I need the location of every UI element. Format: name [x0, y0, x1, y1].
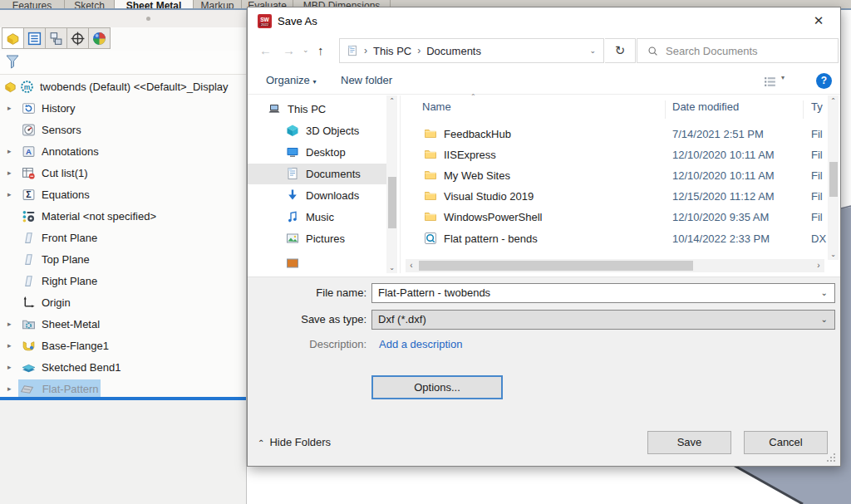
- scroll-thumb[interactable]: [829, 162, 838, 197]
- forward-arrow-icon[interactable]: →: [283, 38, 295, 63]
- history-dropdown-icon[interactable]: ⌄: [303, 46, 309, 54]
- filter-funnel-icon[interactable]: [4, 53, 21, 70]
- scroll-thumb[interactable]: [419, 261, 693, 271]
- file-date: 12/15/2020 11:12 AM: [672, 186, 775, 207]
- resize-grip[interactable]: [826, 453, 836, 462]
- breadcrumb-chevron: ›: [411, 45, 426, 56]
- nav-item-this-pc[interactable]: This PC: [248, 99, 386, 120]
- column-header-name[interactable]: Name: [422, 100, 451, 113]
- tree-item-history[interactable]: ▸ History: [0, 98, 246, 119]
- file-row-my-web-sites[interactable]: My Web Sites 12/10/2020 10:11 AM Fil: [401, 165, 824, 186]
- tree-item-sheet-metal[interactable]: ▸ Sheet-Metal: [0, 314, 246, 335]
- file-type: DX: [811, 228, 826, 249]
- tab-markup[interactable]: Markup: [194, 0, 242, 8]
- save-button[interactable]: Save: [647, 431, 731, 454]
- column-header-type[interactable]: Ty: [811, 100, 823, 113]
- tab-display-states[interactable]: [88, 27, 111, 49]
- file-list-scrollbar[interactable]: ⌃ ⌄: [828, 95, 839, 260]
- file-name-input[interactable]: Flat-Pattern - twobends ⌄: [371, 283, 835, 303]
- tab-features[interactable]: Features: [0, 0, 65, 8]
- expand-arrow-icon[interactable]: ▸: [7, 98, 12, 119]
- file-row-windowspowershell[interactable]: WindowsPowerShell 12/10/2020 9:35 AM Fil: [401, 207, 824, 228]
- tree-item-front-plane[interactable]: Front Plane: [0, 228, 246, 248]
- address-bar[interactable]: › This PC › Documents ⌄: [339, 38, 604, 63]
- tree-root-item[interactable]: m twobends (Default) <<Default>_Display: [0, 76, 246, 97]
- column-header-date[interactable]: Date modified: [672, 100, 739, 113]
- breadcrumb-documents[interactable]: Documents: [426, 45, 481, 57]
- tree-item-equations[interactable]: ▸ Σ Equations: [0, 184, 246, 205]
- nav-item-desktop[interactable]: Desktop: [248, 142, 386, 163]
- close-icon[interactable]: ✕: [804, 11, 833, 31]
- annotations-icon: A: [22, 144, 36, 159]
- file-row-feedbackhub[interactable]: FeedbackHub 7/14/2021 2:51 PM Fil: [401, 124, 824, 144]
- tab-configuration-manager[interactable]: [45, 27, 67, 49]
- scroll-up-icon[interactable]: ⌃: [828, 97, 839, 105]
- add-description-link[interactable]: Add a description: [379, 338, 462, 350]
- nav-item-3d-objects[interactable]: 3D Objects: [248, 120, 386, 141]
- scroll-down-icon[interactable]: ⌄: [828, 251, 839, 258]
- tree-item-right-plane[interactable]: Right Plane: [0, 271, 246, 291]
- tree-item-sketched-bend[interactable]: ▸ Sketched Bend1: [0, 357, 246, 378]
- file-row-flat-pattern-bends[interactable]: Flat pattern - bends 10/14/2022 2:33 PM …: [401, 228, 824, 249]
- save-as-type-select[interactable]: Dxf (*.dxf) ⌄: [371, 310, 835, 330]
- tree-item-sensors[interactable]: Sensors: [0, 120, 246, 140]
- nav-item-label: Documents: [306, 164, 361, 184]
- chevron-down-icon[interactable]: ⌄: [821, 311, 828, 329]
- options-button[interactable]: Options...: [371, 375, 503, 399]
- cancel-button[interactable]: Cancel: [744, 431, 828, 454]
- organize-button[interactable]: Organize ▾: [266, 74, 316, 86]
- hide-folders-button[interactable]: ⌃Hide Folders: [258, 436, 331, 448]
- new-folder-button[interactable]: New folder: [341, 74, 392, 86]
- file-type: Fil: [811, 207, 823, 228]
- scroll-right-icon[interactable]: ›: [813, 259, 824, 272]
- tree-item-cut-list[interactable]: ▸ Cut list(1): [0, 163, 246, 183]
- scroll-down-icon[interactable]: ⌄: [386, 264, 397, 272]
- expand-arrow-icon[interactable]: ▸: [7, 141, 12, 162]
- nav-scrollbar[interactable]: ⌃ ⌄: [386, 95, 397, 273]
- tree-item-origin[interactable]: Origin: [0, 292, 246, 313]
- address-dropdown-icon[interactable]: ⌄: [589, 46, 596, 55]
- tab-feature-tree[interactable]: [2, 27, 24, 49]
- tab-sheet-metal[interactable]: Sheet Metal: [115, 0, 194, 8]
- panel-collapse-handle[interactable]: [146, 17, 150, 21]
- expand-arrow-icon[interactable]: ▸: [7, 335, 12, 356]
- nav-item-partial[interactable]: [248, 253, 386, 273]
- back-arrow-icon[interactable]: ←: [259, 38, 272, 63]
- sensors-icon: [22, 123, 36, 137]
- help-icon[interactable]: ?: [816, 73, 832, 89]
- divider: [248, 94, 840, 95]
- file-row-iisexpress[interactable]: IISExpress 12/10/2020 10:11 AM Fil: [401, 144, 824, 165]
- scroll-thumb[interactable]: [388, 177, 396, 228]
- tree-item-material[interactable]: Material <not specified>: [0, 206, 246, 227]
- view-mode-icon[interactable]: [763, 75, 777, 89]
- scroll-up-icon[interactable]: ⌃: [386, 97, 397, 105]
- chevron-down-icon[interactable]: ⌄: [821, 284, 828, 302]
- breadcrumb-this-pc[interactable]: This PC: [373, 45, 411, 57]
- scroll-left-icon[interactable]: ‹: [406, 259, 417, 272]
- search-box[interactable]: Search Documents: [637, 38, 839, 63]
- expand-arrow-icon[interactable]: ▸: [7, 314, 12, 335]
- feature-manager-panel: m twobends (Default) <<Default>_Display …: [0, 10, 247, 504]
- view-mode-dropdown-icon[interactable]: ▾: [781, 74, 785, 81]
- tab-dimxpert-manager[interactable]: [66, 27, 89, 49]
- up-arrow-icon[interactable]: ↑: [317, 38, 324, 63]
- expand-arrow-icon[interactable]: ▸: [7, 184, 12, 205]
- file-name: IISExpress: [444, 144, 496, 165]
- column-divider[interactable]: [665, 100, 666, 119]
- column-divider[interactable]: [803, 100, 804, 119]
- horizontal-scrollbar[interactable]: ‹ ›: [406, 259, 824, 272]
- tree-item-base-flange[interactable]: ▸ Base-Flange1: [0, 335, 246, 356]
- tree-item-top-plane[interactable]: Top Plane: [0, 249, 246, 270]
- file-row-visual-studio[interactable]: Visual Studio 2019 12/15/2020 11:12 AM F…: [401, 186, 824, 207]
- expand-arrow-icon[interactable]: ▸: [7, 163, 12, 183]
- nav-item-downloads[interactable]: Downloads: [248, 185, 386, 206]
- tab-display-manager[interactable]: [23, 27, 46, 49]
- nav-item-music[interactable]: Music: [248, 207, 386, 228]
- tab-sketch[interactable]: Sketch: [65, 0, 115, 8]
- nav-item-pictures[interactable]: Pictures: [248, 228, 386, 249]
- nav-item-documents[interactable]: Documents: [248, 164, 386, 184]
- file-name: My Web Sites: [444, 165, 510, 186]
- refresh-icon[interactable]: ↻: [605, 38, 636, 63]
- tree-item-annotations[interactable]: ▸ A Annotations: [0, 141, 246, 162]
- expand-arrow-icon[interactable]: ▸: [7, 357, 12, 378]
